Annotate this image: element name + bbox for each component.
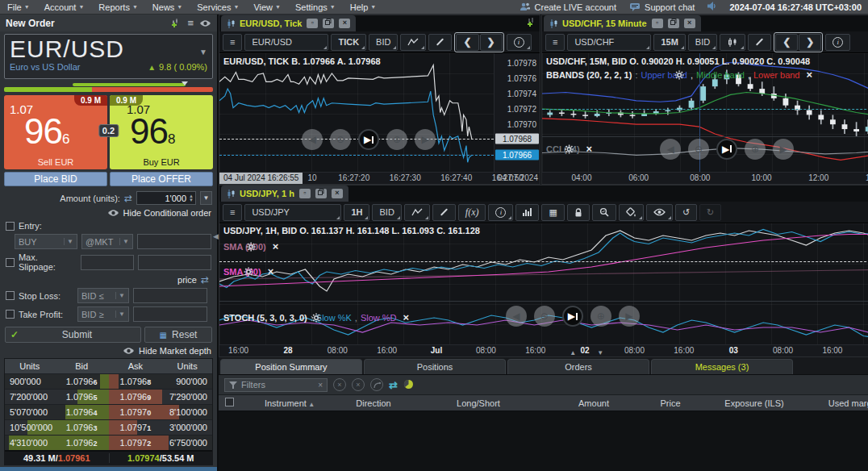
scroll-left-button[interactable]: ❮ (456, 34, 478, 51)
buy-price-tile[interactable]: 0.9 M 1.07 968 Buy EUR (110, 95, 213, 169)
close-button[interactable]: × (684, 19, 695, 28)
close-button[interactable]: × (332, 189, 343, 198)
skip-to-end-button[interactable]: ▶ (562, 306, 583, 327)
select-all-checkbox[interactable] (219, 398, 240, 408)
depth-row[interactable]: 7'200'0001.079651.079697'290'000 (5, 389, 212, 404)
submit-button[interactable]: ✓Submit (5, 327, 141, 343)
zoom-out-button[interactable]: ⊖ (534, 306, 555, 327)
pane-separator[interactable] (542, 136, 868, 137)
price-axis[interactable]: 1.079781.079761.079741.079721.079701.079… (494, 53, 540, 172)
window-tab[interactable]: USD/JPY, 1 h ▫ × (221, 185, 348, 202)
depth-row[interactable]: 4'310'0001.079621.079726'750'000 (5, 435, 212, 450)
redo-button[interactable]: ↻ (699, 204, 721, 221)
lock-button[interactable] (567, 204, 590, 221)
slippage-price-input[interactable] (138, 255, 211, 270)
period-dropdown[interactable]: 1H (344, 204, 369, 221)
column-header-used-margin[interactable]: Used margin (806, 398, 868, 408)
chart-plot-usdchf[interactable]: USD/CHF, 15M, BID O. 0.90020 H. 0.90051 … (542, 53, 868, 172)
pane-separator[interactable] (219, 301, 868, 302)
draw-line-button[interactable] (432, 204, 456, 221)
swap-amount-icon[interactable]: ⇄ (124, 193, 132, 204)
restore-button[interactable] (323, 19, 334, 28)
clear-filter-icon[interactable]: × (318, 381, 323, 390)
chart-plot-usdjpy[interactable]: USD/JPY, 1H, BID O. 161.137 H. 161.148 L… (219, 223, 868, 344)
merge-positions-button[interactable] (370, 378, 383, 391)
chart-type-dropdown[interactable] (400, 34, 426, 51)
place-bid-button[interactable]: Place BID (4, 172, 107, 186)
take-profit-checkbox[interactable] (6, 310, 15, 319)
minimize-button[interactable]: ▫ (652, 19, 663, 28)
tab-orders[interactable]: Orders (507, 359, 649, 374)
zoom-out-button[interactable]: ⊖ (688, 139, 709, 160)
depth-row[interactable]: 10'500'0001.079631.079713'000'000 (5, 419, 212, 435)
column-header-exposure-ils-[interactable]: Exposure (ILS) (703, 398, 806, 408)
slippage-input[interactable] (81, 255, 134, 270)
scroll-left-button[interactable]: ❮ (775, 34, 798, 51)
chart-menu-button[interactable]: ≡ (223, 204, 242, 221)
pan-left-button[interactable]: ◀ (660, 139, 681, 160)
instrument-dropdown[interactable]: USD/JPY (244, 204, 341, 221)
menu-services[interactable]: Services▼ (190, 0, 246, 14)
swap-columns-icon[interactable]: ⇄ (389, 379, 398, 391)
column-header-amount[interactable]: Amount (549, 398, 638, 408)
chart-menu-button[interactable]: ≡ (545, 34, 565, 51)
add-chart-icon[interactable] (171, 19, 182, 28)
visibility-button[interactable] (646, 204, 673, 221)
entry-side-select[interactable]: BUY▼ (15, 234, 77, 249)
scroll-right-button[interactable]: ❯ (799, 34, 821, 51)
close-button[interactable]: × (339, 19, 350, 28)
time-axis[interactable]: 16:002808:0016:00Jul08:0016:000208:0016:… (219, 344, 868, 356)
take-profit-condition-select[interactable]: BID ≥▼ (77, 306, 129, 322)
sell-price-tile[interactable]: 0.9 M 1.07 966 Sell EUR (4, 95, 107, 169)
place-offer-button[interactable]: Place OFFER (110, 172, 213, 186)
info-button[interactable]: i (488, 204, 513, 221)
zoom-in-button[interactable]: ⊕ (590, 306, 611, 327)
positions-table-body[interactable] (219, 411, 868, 471)
pan-right-button[interactable]: ▶ (773, 139, 794, 160)
theme-button[interactable] (619, 204, 644, 221)
offer-side-dropdown[interactable]: BID (688, 34, 717, 51)
info-button[interactable]: i (507, 34, 532, 51)
menu-file[interactable]: File▼ (0, 0, 37, 14)
zoom-in-button[interactable]: ⊕ (386, 129, 407, 150)
pan-right-button[interactable]: ▶ (619, 306, 640, 327)
close-all-positions-button[interactable]: × (352, 378, 365, 391)
column-header-long-short[interactable]: Long/Short (407, 398, 549, 408)
reset-button[interactable]: ▦Reset (144, 327, 212, 343)
close-position-button[interactable]: × (333, 378, 346, 391)
stop-loss-checkbox[interactable] (6, 291, 15, 300)
chart-menu-button[interactable]: ≡ (223, 34, 242, 51)
restore-button[interactable] (668, 19, 679, 28)
pie-chart-icon[interactable] (403, 379, 414, 391)
amount-dropdown[interactable]: ▼ (200, 191, 212, 205)
instrument-selector[interactable]: EUR/USD ▼ Euro vs US Dollar ▲9.8 ( 0.09%… (4, 34, 213, 79)
time-axis[interactable]: 04 Jul 2024 16:26:551016:27:2016:27:3016… (219, 172, 540, 184)
undo-button[interactable]: ↺ (675, 204, 697, 221)
tab-positions[interactable]: Positions (364, 359, 506, 374)
info-button[interactable]: i (825, 34, 850, 51)
menu-help[interactable]: Help▼ (343, 0, 384, 14)
scroll-down-icon[interactable]: ▼ (597, 349, 603, 356)
create-live-account-button[interactable]: Create LIVE account (520, 2, 617, 12)
sound-button[interactable] (707, 2, 716, 12)
horizontal-scrollbar[interactable] (0, 467, 217, 471)
offer-side-dropdown[interactable]: BID (372, 204, 401, 221)
chart-type-dropdown[interactable] (720, 34, 745, 51)
indicators-button[interactable]: f(x) (458, 204, 486, 221)
scroll-right-button[interactable]: ❯ (480, 34, 503, 51)
menu-account[interactable]: Account▼ (37, 0, 92, 14)
menu-news[interactable]: News▼ (145, 0, 190, 14)
add-chart-icon[interactable] (526, 18, 536, 29)
depth-row[interactable]: 5'070'0001.079641.079708'100'000 (5, 404, 212, 419)
pan-right-button[interactable]: ▶ (415, 129, 436, 150)
scroll-up-icon[interactable]: ▲ (570, 349, 576, 356)
hide-conditional-toggle[interactable]: Hide Conditional order (6, 208, 211, 218)
panel-menu-icon[interactable]: ≡ (187, 19, 194, 27)
column-header-price[interactable]: Price (638, 398, 703, 408)
eye-icon[interactable] (199, 19, 211, 27)
menu-settings[interactable]: Settings▼ (288, 0, 343, 14)
entry-type-select[interactable]: @MKT▼ (81, 234, 133, 249)
skip-to-end-button[interactable]: ▶ (358, 129, 379, 150)
time-axis[interactable]: 04:0006:0008:0010:0012:0014:0016:001804.… (542, 172, 868, 184)
zoom-out-button[interactable]: ⊖ (330, 129, 351, 150)
